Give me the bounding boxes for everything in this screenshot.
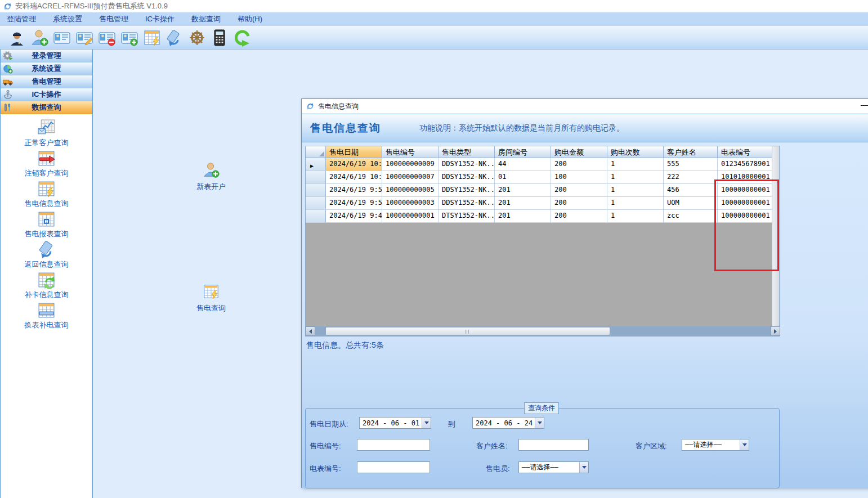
scroll-left-icon[interactable] (306, 326, 315, 336)
table-cell: 2024/6/19 9:52 (326, 197, 382, 209)
table-cell: 200 (551, 210, 607, 222)
toolbar (0, 26, 868, 50)
table-cell: 1 (607, 197, 664, 209)
date-from-picker[interactable]: 2024 - 06 - 01 (359, 417, 431, 429)
sidebar-item-return-info[interactable]: 返回信息查询 (1, 240, 92, 271)
sidebar-group-sale[interactable]: 售电管理 (1, 75, 92, 88)
row-selector[interactable] (306, 184, 326, 196)
table-cell: 1 (607, 171, 664, 183)
table-cell: 2024/6/19 10:15 (326, 158, 382, 171)
menu-iccard[interactable]: IC卡操作 (145, 14, 175, 24)
menu-system[interactable]: 系统设置 (53, 14, 82, 24)
table-cell: 201 (495, 197, 551, 209)
exit-icon[interactable] (231, 27, 253, 48)
scroll-right-icon[interactable] (771, 326, 780, 336)
sidebar-item-reissue-card[interactable]: 补卡信息查询 (1, 271, 92, 301)
table-cell: DTSY1352-NK... (439, 210, 495, 222)
table-cell: 2024/6/19 9:46 (326, 210, 382, 222)
table-report-icon (37, 210, 56, 228)
table-cell: 100000000001 (382, 210, 439, 222)
table-row[interactable]: ▶2024/6/19 10:15100000000009DDSY1352-NK.… (306, 158, 779, 171)
sidebar-item-sale-report[interactable]: 售电报表查询 (1, 210, 92, 240)
row-selector[interactable] (306, 197, 326, 209)
column-header-5[interactable]: 购电金额 (551, 146, 607, 158)
seller-select[interactable]: ——请选择—— (518, 461, 589, 473)
dialog-header-description: 功能说明：系统开始默认的数据是当前月所有的购电记录。 (419, 123, 624, 133)
app-window: 安科瑞ACREL-RFMS-III预付费售电系统 V1.0.9 登陆管理 系统设… (0, 0, 868, 498)
customer-name-input[interactable] (518, 439, 589, 451)
scrollbar-thumb[interactable] (325, 327, 610, 335)
menu-login[interactable]: 登陆管理 (7, 14, 36, 24)
table-row[interactable]: 2024/6/19 9:52100000000003DDSY1352-NK...… (306, 197, 779, 210)
id-card-icon[interactable] (51, 27, 73, 48)
customer-area-select[interactable]: ——请选择—— (682, 439, 749, 451)
column-header-4[interactable]: 房间编号 (495, 146, 551, 158)
table-cell: DDSY1352-NK... (439, 158, 495, 171)
column-header-8[interactable]: 电表编号 (718, 146, 773, 158)
table-cell: 200 (551, 158, 607, 171)
chevron-down-icon[interactable] (740, 439, 749, 450)
minimize-button[interactable]: — (859, 100, 868, 110)
chevron-down-icon[interactable] (579, 462, 588, 473)
add-card-icon[interactable] (118, 27, 141, 48)
table-header-row: 售电日期售电编号售电类型房间编号购电金额购电次数客户姓名电表编号 (306, 146, 779, 158)
sidebar-group-iccard[interactable]: IC卡操作 (1, 88, 92, 101)
column-header-2[interactable]: 售电编号 (382, 146, 439, 158)
sidebar-item-normal-customer[interactable]: 正常客户查询 (1, 119, 92, 149)
officer-icon[interactable] (6, 27, 28, 48)
helm-icon[interactable] (186, 27, 208, 48)
edit-card-icon[interactable] (73, 27, 96, 48)
chevron-down-icon[interactable] (422, 418, 431, 428)
horizontal-scrollbar[interactable] (306, 326, 780, 336)
table-cell: 555 (664, 158, 718, 171)
card-flip-icon (37, 240, 56, 259)
table-row-icon (37, 301, 56, 320)
sidebar-item-meter-change[interactable]: 换表补电查询 (1, 301, 92, 331)
sidebar-group-login[interactable]: 登录管理 (1, 50, 92, 62)
column-header-3[interactable]: 售电类型 (439, 146, 495, 158)
sidebar-item-cancel-customer[interactable]: 注销客户查询 (1, 149, 92, 180)
menu-sale[interactable]: 售电管理 (99, 14, 128, 24)
table-cell: 100000000007 (382, 171, 439, 183)
row-selector[interactable]: ▶ (306, 158, 326, 171)
table-cell: DDSY1352-NK... (439, 197, 495, 209)
vertical-scrollbar[interactable] (772, 146, 779, 327)
sale-info-dialog: 售电信息查询 — 售电信息查询 功能说明：系统开始默认的数据是当前月所有的购电记… (301, 98, 868, 488)
desktop-icon-sale-query[interactable]: 售电查询 (180, 283, 242, 313)
date-to-picker[interactable]: 2024 - 06 - 24 (472, 417, 544, 429)
menu-bar: 登陆管理 系统设置 售电管理 IC卡操作 数据查询 帮助(H) (0, 12, 868, 26)
column-header-7[interactable]: 客户姓名 (664, 146, 718, 158)
table-cell: 2024/6/19 9:58 (326, 184, 382, 196)
flip-card-icon[interactable] (163, 27, 186, 48)
column-header-1[interactable]: 售电日期 (326, 146, 382, 158)
row-selector[interactable] (306, 210, 326, 222)
sale-records-table: 售电日期售电编号售电类型房间编号购电金额购电次数客户姓名电表编号 ▶2024/6… (305, 146, 780, 337)
row-selector[interactable] (306, 171, 326, 183)
calculator-icon[interactable] (208, 27, 231, 48)
select-all-corner[interactable] (306, 146, 326, 158)
sidebar-group-system[interactable]: 系统设置 (1, 62, 92, 75)
dialog-header: 售电信息查询 功能说明：系统开始默认的数据是当前月所有的购电记录。 (302, 114, 868, 142)
table-cell: 1 (607, 184, 664, 196)
menu-help[interactable]: 帮助(H) (238, 14, 262, 24)
sidebar-group-query[interactable]: 数据查询 (1, 101, 92, 114)
menu-query[interactable]: 数据查询 (191, 14, 221, 24)
dialog-titlebar[interactable]: 售电信息查询 — (302, 99, 868, 114)
meter-no-input[interactable] (357, 461, 430, 473)
table-cell: 44 (495, 158, 551, 171)
remove-card-icon[interactable] (96, 27, 118, 48)
dialog-title: 售电信息查询 (318, 102, 359, 111)
sidebar-item-sale-info[interactable]: 售电信息查询 (1, 180, 92, 210)
sale-no-input[interactable] (357, 439, 430, 451)
chevron-down-icon[interactable] (535, 418, 544, 428)
desktop-icon-new-meter[interactable]: 新表开户 (180, 161, 242, 192)
add-user-icon[interactable] (28, 27, 51, 48)
add-user-icon (203, 161, 220, 178)
table-cell: 01 (495, 171, 551, 183)
table-row[interactable]: 2024/6/19 9:58100000000005DDSY1352-NK...… (306, 184, 779, 197)
table-cell: 1 (607, 210, 664, 222)
table-row[interactable]: 2024/6/19 9:46100000000001DTSY1352-NK...… (306, 210, 779, 223)
sell-power-icon[interactable] (141, 27, 163, 48)
table-row[interactable]: 2024/6/19 10:04100000000007DDSY1352-NK..… (306, 171, 779, 184)
column-header-6[interactable]: 购电次数 (607, 146, 664, 158)
